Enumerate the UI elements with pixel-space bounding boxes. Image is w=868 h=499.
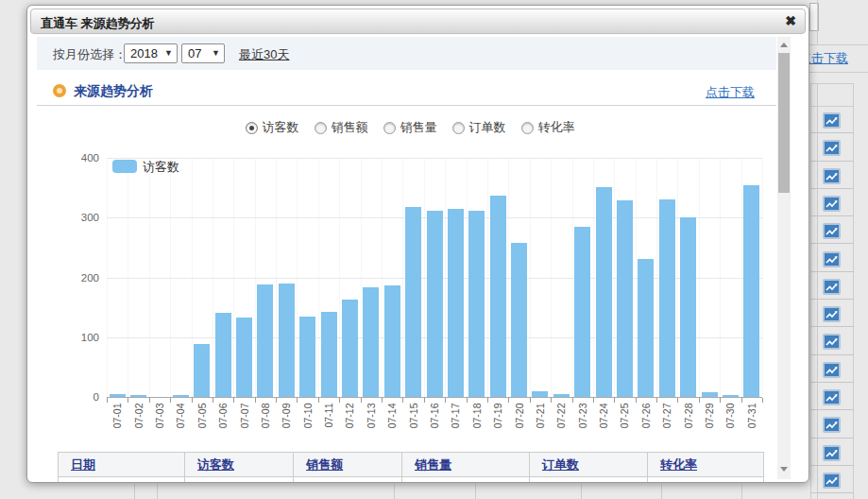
x-axis-tick <box>170 398 171 403</box>
dialog-scrollbar[interactable] <box>777 37 791 479</box>
x-axis-label: 07-28 <box>683 404 693 439</box>
x-axis-label: 07-25 <box>620 404 630 439</box>
x-axis-tick <box>741 398 742 403</box>
scroll-thumb[interactable] <box>778 53 790 193</box>
bg-bottom-border <box>475 484 476 499</box>
grid-line-h <box>107 158 762 159</box>
x-axis-label: 07-11 <box>324 404 334 439</box>
x-axis-tick <box>636 398 637 403</box>
x-axis-tick <box>339 398 340 403</box>
trend-analysis-dialog: 直通车 来源趋势分析 ✖ 按月份选择： 2018 ▼ 07 ▼ 最近30天 来源… <box>26 5 809 483</box>
trend-chart-icon[interactable] <box>823 279 841 295</box>
x-axis-label: 07-22 <box>556 404 567 439</box>
trend-chart-icon[interactable] <box>823 473 841 489</box>
x-axis-tick <box>361 398 362 403</box>
bg-table-row <box>810 493 854 499</box>
x-axis-tick <box>572 398 573 403</box>
x-axis-tick <box>508 398 509 403</box>
x-axis-label: 07-27 <box>662 404 672 439</box>
bar-07-01 <box>110 394 126 397</box>
table-cell <box>402 477 530 483</box>
bar-07-26 <box>638 259 654 397</box>
x-axis-tick <box>382 398 383 403</box>
bar-07-08 <box>257 284 273 397</box>
bar-07-24 <box>596 187 612 397</box>
bg-bottom-border <box>394 484 395 499</box>
x-axis-tick <box>467 398 468 403</box>
grid-line-v <box>762 158 763 397</box>
x-axis-tick <box>445 398 446 403</box>
table-header-4[interactable]: 销售量 <box>402 452 530 477</box>
x-axis-label: 07-02 <box>133 404 144 439</box>
y-axis-label: 300 <box>54 212 99 223</box>
table-cell <box>648 477 764 483</box>
x-axis-label: 07-05 <box>196 404 207 439</box>
x-axis-label: 07-31 <box>746 404 757 439</box>
x-axis-tick <box>551 398 552 403</box>
bar-07-14 <box>384 285 400 397</box>
trend-chart-icon[interactable] <box>823 196 841 212</box>
table-cell <box>185 477 294 483</box>
bar-07-12 <box>342 300 358 397</box>
bar-07-11 <box>321 312 337 397</box>
bar-07-15 <box>405 207 421 397</box>
table-cell <box>530 477 648 483</box>
bar-07-10 <box>299 317 315 397</box>
bg-bottom-border <box>134 484 135 499</box>
y-axis-label: 400 <box>54 152 99 163</box>
trend-chart-icon[interactable] <box>823 140 841 156</box>
x-axis-line <box>107 397 762 398</box>
x-axis-label: 07-21 <box>535 404 545 439</box>
table-header-1[interactable]: 日期 <box>58 452 185 477</box>
x-axis-label: 07-12 <box>345 404 355 439</box>
table-header-5[interactable]: 订单数 <box>530 452 648 477</box>
bg-vline-top <box>817 0 818 44</box>
x-axis-tick <box>699 398 700 403</box>
bar-07-23 <box>574 227 590 397</box>
x-axis-tick <box>297 398 298 403</box>
trend-chart-icon[interactable] <box>823 334 841 350</box>
trend-chart-icon[interactable] <box>823 306 841 322</box>
x-axis-label: 07-08 <box>260 404 270 439</box>
x-axis-label: 07-26 <box>640 404 651 439</box>
trend-chart-icon[interactable] <box>823 445 841 461</box>
bar-07-28 <box>680 217 696 397</box>
x-axis-label: 07-23 <box>577 404 587 439</box>
trend-chart-icon[interactable] <box>823 417 841 433</box>
x-axis-label: 07-20 <box>514 404 524 439</box>
trend-chart-icon[interactable] <box>823 389 841 405</box>
trend-chart-icon[interactable] <box>823 168 841 184</box>
trend-chart-icon[interactable] <box>823 223 841 239</box>
table-header-6[interactable]: 转化率 <box>648 452 764 477</box>
x-axis-tick <box>233 398 234 403</box>
table-header-2[interactable]: 访客数 <box>185 452 294 477</box>
trend-chart-icon[interactable] <box>823 251 841 267</box>
trend-chart-icon[interactable] <box>823 112 841 129</box>
bar-07-17 <box>448 209 464 397</box>
x-axis-label: 07-06 <box>218 404 229 439</box>
bar-07-20 <box>511 243 527 397</box>
x-axis-label: 07-13 <box>366 404 376 439</box>
legend-label: 访客数 <box>143 159 179 176</box>
y-axis-label: 100 <box>54 332 99 343</box>
bg-bottom-border <box>581 484 582 499</box>
x-axis-label: 07-10 <box>302 404 313 439</box>
x-axis-label: 07-19 <box>493 404 503 439</box>
bg-table-border <box>810 83 854 84</box>
x-axis-label: 07-03 <box>154 404 164 439</box>
scroll-down-arrow[interactable] <box>780 467 788 472</box>
x-axis-tick <box>593 398 594 403</box>
x-axis-tick <box>487 398 488 403</box>
bar-07-22 <box>553 394 570 397</box>
x-axis-label: 07-07 <box>239 404 249 439</box>
trend-chart-icon[interactable] <box>823 362 841 378</box>
table-header-3[interactable]: 销售额 <box>294 452 402 477</box>
bar-07-02 <box>130 395 146 397</box>
x-axis-tick <box>107 398 108 403</box>
x-axis-tick <box>530 398 531 403</box>
bar-chart: 010020030040007-0107-0207-0307-0407-0507… <box>27 6 808 482</box>
scroll-up-arrow[interactable] <box>780 43 788 47</box>
x-axis-label: 07-30 <box>725 404 736 439</box>
x-axis-tick <box>720 398 721 403</box>
x-axis-tick <box>614 398 615 403</box>
